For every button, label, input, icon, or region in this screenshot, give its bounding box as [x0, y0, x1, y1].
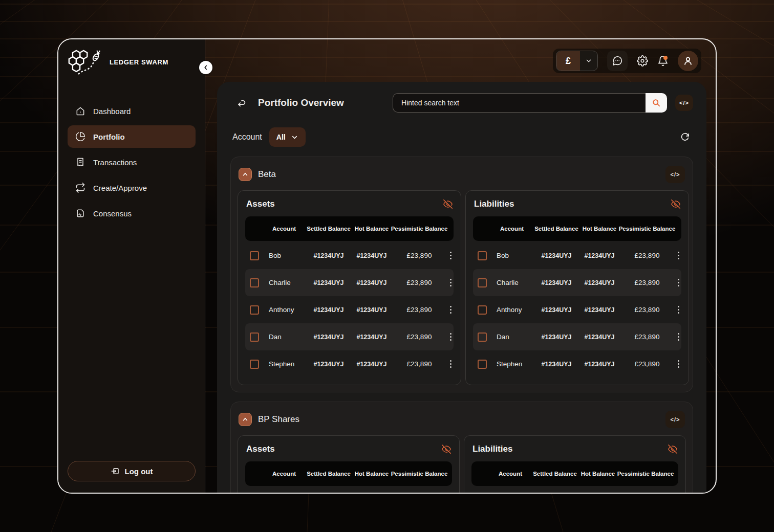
row-checkbox[interactable] [250, 251, 259, 260]
table-row: Anthony#1234UYJ#1234UYJ£23,890 [245, 296, 454, 323]
gear-icon [637, 55, 648, 66]
hide-card-button[interactable] [668, 445, 677, 454]
row-checkbox[interactable] [478, 332, 487, 342]
account-filter-row: Account All [230, 127, 693, 147]
row-checkbox[interactable] [478, 278, 487, 287]
group-title: Beta [258, 169, 276, 180]
row-kebab-menu[interactable] [448, 304, 454, 316]
row-menu-cell [676, 358, 681, 370]
eye-off-icon [668, 445, 677, 454]
hot-balance: #1234UYJ [353, 279, 391, 286]
sidebar-collapse-button[interactable] [199, 61, 212, 74]
hot-balance: #1234UYJ [353, 252, 391, 259]
eye-off-icon [442, 445, 451, 454]
table-header-row: AccountSettled BalanceHot BalancePessimi… [245, 461, 452, 486]
row-kebab-menu[interactable] [676, 331, 681, 343]
account-name: Dan [264, 333, 305, 341]
sidebar-item-consensus[interactable]: Consensus [68, 202, 196, 225]
pessimistic-balance: £23,890 [391, 360, 448, 368]
group-collapse-button[interactable] [239, 413, 252, 426]
row-checkbox[interactable] [250, 305, 259, 315]
row-kebab-menu[interactable] [448, 331, 454, 343]
refresh-button[interactable] [680, 132, 690, 142]
row-kebab-menu[interactable] [676, 250, 681, 261]
column-header: Settled Balance [305, 471, 353, 477]
row-kebab-menu[interactable] [676, 358, 681, 370]
search-area: </> [393, 93, 693, 113]
logout-button[interactable]: Log out [68, 461, 196, 481]
account-name: Stephen [491, 360, 532, 368]
settled-balance: #1234UYJ [305, 279, 353, 286]
row-menu-cell [676, 331, 681, 343]
row-checkbox[interactable] [478, 360, 487, 369]
column-header: Hot Balance [353, 226, 391, 232]
row-menu-cell [448, 331, 454, 343]
hide-card-button[interactable] [443, 199, 453, 209]
currency-selector[interactable]: £ [556, 51, 598, 71]
column-header: Pessimistic Balance [391, 471, 448, 477]
group-title: BP Shares [258, 414, 299, 425]
sidebar-item-dashboard[interactable]: Dashboard [68, 100, 196, 122]
row-checkbox[interactable] [250, 332, 259, 342]
account-filter-label: Account [232, 132, 262, 142]
search-combo [393, 93, 667, 113]
row-checkbox[interactable] [478, 251, 487, 260]
account-name: Charlie [264, 279, 305, 286]
return-arrow-icon [236, 98, 247, 108]
pessimistic-balance: £23,890 [391, 333, 448, 341]
column-header: Pessimistic Balance [617, 471, 674, 477]
assets-card: Assets AccountSettled BalanceHot Balance… [238, 190, 461, 385]
group-header: BP Shares </> [238, 409, 686, 435]
assets-table: AccountSettled BalanceHot BalancePessimi… [245, 461, 452, 486]
pessimistic-balance: £23,890 [391, 252, 448, 259]
assets-card: Assets AccountSettled BalanceHot Balance… [238, 435, 460, 494]
group-header: Beta </> [238, 164, 686, 190]
sidebar-item-create-approve[interactable]: Create/Approve [68, 176, 196, 199]
column-header: Hot Balance [353, 471, 391, 477]
row-kebab-menu[interactable] [448, 250, 454, 261]
row-checkbox[interactable] [250, 360, 259, 369]
hot-balance: #1234UYJ [353, 306, 391, 314]
chevron-left-icon [202, 64, 209, 71]
row-kebab-menu[interactable] [676, 304, 681, 316]
back-button[interactable] [236, 98, 247, 108]
row-kebab-menu[interactable] [676, 277, 681, 289]
account-filter-dropdown[interactable]: All [269, 127, 306, 147]
eye-off-icon [671, 199, 680, 209]
hot-balance: #1234UYJ [580, 306, 618, 314]
profile-button[interactable] [678, 51, 698, 71]
hide-card-button[interactable] [442, 445, 451, 454]
search-input[interactable] [393, 93, 646, 113]
group-collapse-button[interactable] [239, 168, 252, 181]
settled-balance: #1234UYJ [532, 252, 580, 259]
row-kebab-menu[interactable] [448, 358, 454, 370]
sidebar-item-transactions[interactable]: Transactions [68, 151, 196, 173]
row-checkbox[interactable] [250, 278, 259, 287]
table-row: Dan#1234UYJ#1234UYJ£23,890 [245, 323, 454, 350]
column-header: Settled Balance [532, 226, 580, 232]
settled-balance: #1234UYJ [305, 252, 353, 259]
group-cards: Assets AccountSettled BalanceHot Balance… [238, 190, 686, 385]
refresh-icon [680, 132, 690, 142]
hide-card-button[interactable] [671, 199, 680, 209]
code-view-button[interactable]: </> [675, 95, 693, 111]
group-code-button[interactable]: </> [665, 166, 685, 183]
group-bp-shares: BP Shares </> Assets AccountSettled Bala… [230, 402, 693, 494]
checkbox-cell [245, 305, 264, 315]
notifications-button[interactable] [657, 55, 669, 66]
row-kebab-menu[interactable] [448, 277, 454, 289]
card-header: Liabilities [471, 443, 678, 461]
sidebar-item-portfolio[interactable]: Portfolio [68, 125, 196, 148]
top-toolbar: £ [553, 49, 701, 73]
eye-off-icon [443, 199, 453, 209]
honeycomb-bee-logo-icon [68, 50, 105, 79]
search-button[interactable] [646, 93, 667, 113]
account-name: Charlie [491, 279, 532, 286]
table-row: Stephen#1234UYJ#1234UYJ£23,890 [245, 350, 454, 378]
group-code-button[interactable]: </> [665, 411, 685, 428]
chat-button[interactable] [607, 51, 628, 71]
pessimistic-balance: £23,890 [618, 306, 676, 314]
column-header: Settled Balance [305, 226, 353, 232]
settings-button[interactable] [637, 55, 648, 66]
row-checkbox[interactable] [478, 305, 487, 315]
